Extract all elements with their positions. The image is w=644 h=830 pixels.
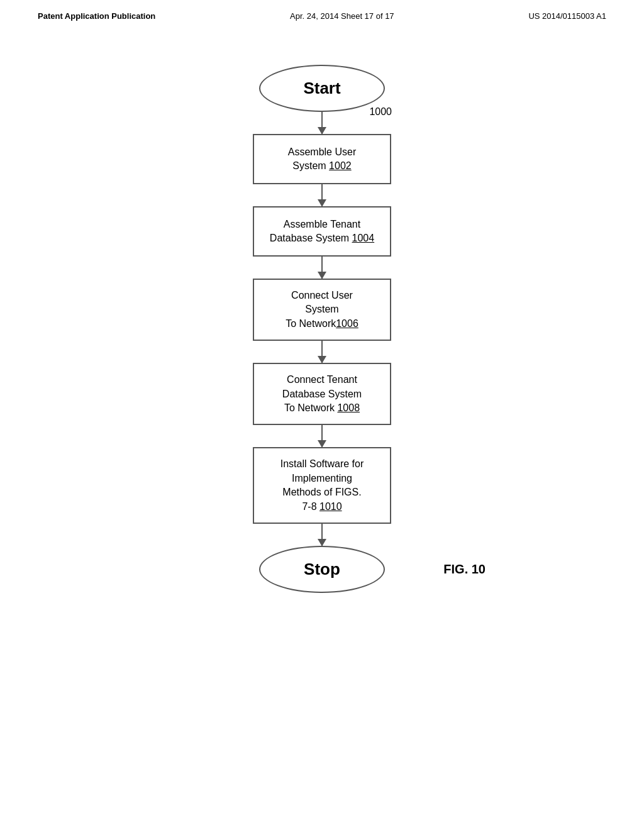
stop-ellipse: Stop [259,546,385,593]
step2-node: Assemble TenantDatabase System 1004 [253,206,391,257]
start-ellipse: Start [259,65,385,112]
arrow-4 [321,341,323,363]
step5-node: Install Software forImplementingMethods … [253,447,391,524]
step2-text: Assemble TenantDatabase System 1004 [270,218,374,246]
step5-rect: Install Software forImplementingMethods … [253,447,391,524]
fig-label: FIG. 10 [443,562,486,577]
arrow-2 [321,184,323,206]
step2-rect: Assemble TenantDatabase System 1004 [253,206,391,257]
start-label: Start [303,79,340,98]
step3-text: Connect UserSystemTo Network1006 [286,289,358,331]
step1-text: Assemble UserSystem 1002 [288,145,356,174]
step3-rect: Connect UserSystemTo Network1006 [253,279,391,341]
flowchart-diagram: Start 1000 Assemble UserSystem 1002 Asse… [0,27,644,593]
step1-ref: 1002 [329,160,352,171]
arrow-6 [321,524,323,546]
header-left: Patent Application Publication [38,11,155,21]
ref-1000-label: 1000 [369,106,392,118]
step5-text: Install Software forImplementingMethods … [280,457,364,514]
page-header: Patent Application Publication Apr. 24, … [0,0,644,27]
arrow-3 [321,257,323,279]
step1-node: Assemble UserSystem 1002 [253,134,391,184]
stop-label: Stop [304,560,340,579]
start-node: Start [259,65,385,112]
step3-node: Connect UserSystemTo Network1006 [253,279,391,341]
stop-node: Stop FIG. 10 [259,546,385,593]
step5-ref: 1010 [319,501,342,512]
step4-ref: 1008 [337,402,360,413]
step4-text: Connect TenantDatabase SystemTo Network … [282,373,362,415]
step1-rect: Assemble UserSystem 1002 [253,134,391,184]
step4-rect: Connect TenantDatabase SystemTo Network … [253,363,391,425]
header-right: US 2014/0115003 A1 [528,11,606,21]
step2-ref: 1004 [352,233,375,243]
step4-node: Connect TenantDatabase SystemTo Network … [253,363,391,425]
step3-ref: 1006 [336,318,358,329]
header-center: Apr. 24, 2014 Sheet 17 of 17 [290,11,394,21]
arrow-5 [321,425,323,447]
arrow-1: 1000 [321,112,323,134]
